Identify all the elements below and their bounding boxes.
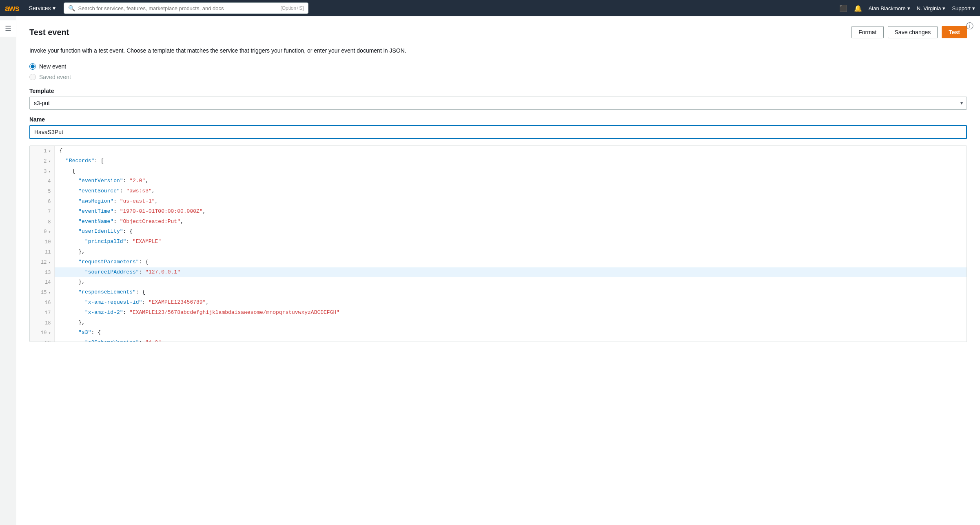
code-line-content: "awsRegion": "us-east-1", — [54, 196, 967, 207]
aws-logo[interactable]: aws — [5, 4, 19, 13]
code-line-content: "s3SchemaVersion": "1.0", — [54, 338, 967, 342]
code-line-row: 3▾ { — [30, 166, 967, 176]
sidebar-toggle-button[interactable]: ☰ — [0, 20, 16, 37]
code-line-content: }, — [54, 318, 967, 328]
format-button[interactable]: Format — [851, 26, 883, 38]
services-chevron-icon: ▾ — [53, 5, 55, 11]
code-line-content: "eventVersion": "2.0", — [54, 176, 967, 186]
code-line-row: 18 }, — [30, 318, 967, 328]
code-line-content: }, — [54, 277, 967, 287]
saved-event-radio[interactable] — [29, 74, 36, 80]
code-line-row: 1▾{ — [30, 146, 967, 156]
code-line-row: 2▾ "Records": [ — [30, 156, 967, 166]
support-chevron-icon: ▾ — [972, 5, 975, 11]
code-line-content: "sourceIPAddress": "127.0.0.1" — [54, 267, 967, 278]
code-line-row: 14 }, — [30, 277, 967, 287]
code-line-content: "eventSource": "aws:s3", — [54, 186, 967, 196]
template-select-wrapper: s3-put apigateway-aws-proxy cloudwatch-l… — [29, 97, 967, 110]
line-number: 3▾ — [30, 166, 54, 176]
code-line-row: 4 "eventVersion": "2.0", — [30, 176, 967, 186]
line-number: 5 — [30, 186, 54, 196]
line-number: 9▾ — [30, 227, 54, 237]
line-number: 18 — [30, 318, 54, 328]
code-line-content: }, — [54, 247, 967, 257]
region-chevron-icon: ▾ — [942, 5, 945, 11]
saved-event-option[interactable]: Saved event — [29, 74, 967, 80]
code-line-row: 7 "eventTime": "1970-01-01T00:00:00.000Z… — [30, 207, 967, 217]
saved-event-label[interactable]: Saved event — [39, 74, 71, 80]
code-line-content: "x-amz-id-2": "EXAMPLE123/5678abcdefghij… — [54, 308, 967, 318]
global-search-box: 🔍 [Option+S] — [64, 2, 308, 14]
hamburger-icon: ☰ — [5, 24, 11, 33]
bell-icon[interactable]: 🔔 — [854, 4, 862, 12]
code-scroll-area[interactable]: 1▾{2▾ "Records": [3▾ {4 "eventVersion": … — [30, 146, 967, 342]
panel-description: Invoke your function with a test event. … — [29, 46, 967, 55]
support-menu[interactable]: Support ▾ — [952, 5, 975, 11]
code-line-row: 6 "awsRegion": "us-east-1", — [30, 196, 967, 207]
template-label: Template — [29, 88, 967, 94]
line-number: 4 — [30, 176, 54, 186]
line-number: 7 — [30, 207, 54, 217]
code-line-content: { — [54, 146, 967, 156]
line-number: 16 — [30, 298, 54, 308]
code-line-row: 10 "principalId": "EXAMPLE" — [30, 237, 967, 247]
new-event-label[interactable]: New event — [39, 63, 66, 70]
code-line-content: "principalId": "EXAMPLE" — [54, 237, 967, 247]
user-chevron-icon: ▾ — [907, 5, 910, 11]
code-line-content: "eventTime": "1970-01-01T00:00:00.000Z", — [54, 207, 967, 217]
code-line-row: 8 "eventName": "ObjectCreated:Put", — [30, 217, 967, 227]
region-menu[interactable]: N. Virginia ▾ — [917, 5, 946, 11]
code-line-row: 13 "sourceIPAddress": "127.0.0.1" — [30, 267, 967, 278]
new-event-radio[interactable] — [29, 63, 36, 70]
aws-logo-text: aws — [5, 4, 19, 13]
line-number: 6 — [30, 196, 54, 207]
code-editor: 1▾{2▾ "Records": [3▾ {4 "eventVersion": … — [29, 146, 967, 342]
line-number: 17 — [30, 308, 54, 318]
code-line-row: 9▾ "userIdentity": { — [30, 227, 967, 237]
search-shortcut-label: [Option+S] — [280, 5, 304, 11]
code-line-content: "x-amz-request-id": "EXAMPLE123456789", — [54, 298, 967, 308]
terminal-icon[interactable]: ⬛ — [839, 4, 847, 12]
search-icon: 🔍 — [68, 5, 75, 11]
code-line-row: 19▾ "s3": { — [30, 328, 967, 338]
code-line-row: 5 "eventSource": "aws:s3", — [30, 186, 967, 196]
services-menu-button[interactable]: Services ▾ — [26, 3, 59, 13]
line-number: 8 — [30, 217, 54, 227]
code-line-content: "userIdentity": { — [54, 227, 967, 237]
line-number: 11 — [30, 247, 54, 257]
line-number: 14 — [30, 277, 54, 287]
region-label: N. Virginia — [917, 5, 941, 11]
name-input[interactable] — [29, 125, 967, 139]
code-line-row: 15▾ "responseElements": { — [30, 287, 967, 298]
save-changes-button[interactable]: Save changes — [888, 26, 938, 38]
code-line-row: 12▾ "requestParameters": { — [30, 257, 967, 267]
code-line-content: "s3": { — [54, 328, 967, 338]
code-line-row: 11 }, — [30, 247, 967, 257]
search-input[interactable] — [78, 5, 277, 11]
main-content: Test event Format Save changes Test Invo… — [16, 16, 980, 525]
line-number: 1▾ — [30, 146, 54, 156]
name-label: Name — [29, 116, 967, 123]
code-line-content: "requestParameters": { — [54, 257, 967, 267]
help-icon[interactable]: ⓘ — [966, 21, 973, 31]
new-event-option[interactable]: New event — [29, 63, 967, 70]
support-label: Support — [952, 5, 971, 11]
code-line-row: 17 "x-amz-id-2": "EXAMPLE123/5678abcdefg… — [30, 308, 967, 318]
template-select[interactable]: s3-put apigateway-aws-proxy cloudwatch-l… — [29, 97, 967, 110]
line-number: 20 — [30, 338, 54, 342]
event-type-radio-group: New event Saved event — [29, 63, 967, 80]
line-number: 2▾ — [30, 156, 54, 166]
line-number: 13 — [30, 267, 54, 278]
user-menu[interactable]: Alan Blackmore ▾ — [869, 5, 910, 11]
code-line-content: { — [54, 166, 967, 176]
nav-right-section: ⬛ 🔔 Alan Blackmore ▾ N. Virginia ▾ Suppo… — [839, 4, 975, 12]
user-name: Alan Blackmore — [869, 5, 906, 11]
line-number: 12▾ — [30, 257, 54, 267]
top-navigation: aws Services ▾ 🔍 [Option+S] ⬛ 🔔 Alan Bla… — [0, 0, 980, 16]
test-button[interactable]: Test — [942, 26, 967, 38]
panel-header: Test event Format Save changes Test — [29, 26, 967, 38]
panel-title: Test event — [29, 28, 69, 37]
line-number: 10 — [30, 237, 54, 247]
code-line-row: 20 "s3SchemaVersion": "1.0", — [30, 338, 967, 342]
services-label: Services — [29, 5, 51, 11]
